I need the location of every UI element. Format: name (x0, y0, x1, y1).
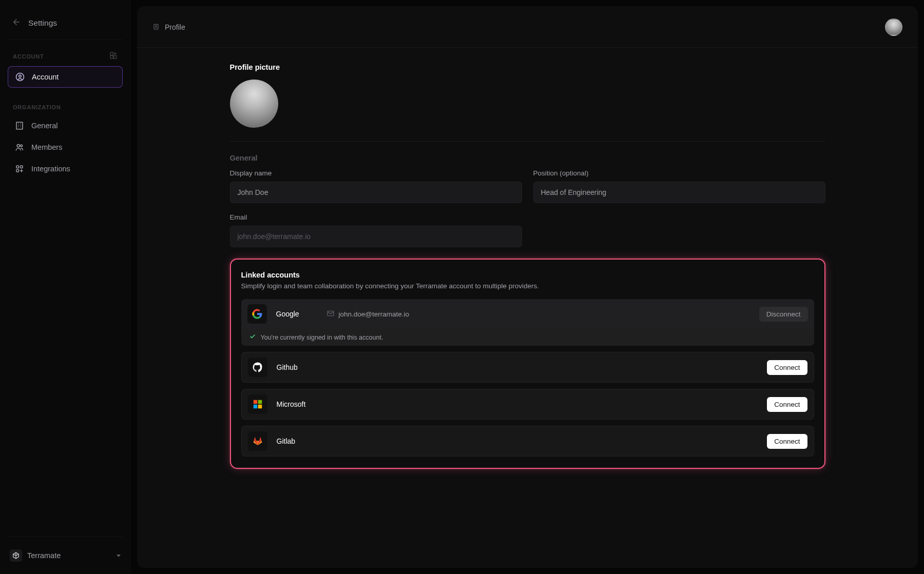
svg-rect-28 (258, 405, 262, 409)
sidebar-item-label: General (31, 122, 58, 130)
divider (230, 141, 825, 142)
svg-rect-25 (253, 400, 257, 404)
svg-point-15 (17, 144, 20, 147)
provider-name: Gitlab (277, 437, 318, 445)
provider-email-text: john.doe@terramate.io (339, 310, 410, 318)
position-input[interactable] (533, 182, 825, 203)
sidebar-item-integrations[interactable]: Integrations (8, 159, 123, 179)
sidebar-title: Settings (28, 18, 57, 28)
user-avatar-small[interactable] (885, 18, 902, 36)
email-input (230, 226, 522, 247)
profile-icon (152, 23, 160, 32)
svg-rect-18 (21, 166, 23, 168)
provider-name: Google (276, 310, 317, 318)
display-name-input[interactable] (230, 182, 522, 203)
sidebar-item-members[interactable]: Members (8, 137, 123, 157)
profile-picture[interactable] (230, 80, 278, 128)
general-section-title: General (230, 154, 825, 162)
svg-rect-2 (114, 56, 117, 58)
provider-name: Microsoft (277, 400, 318, 408)
provider-card-github: Github Connect (241, 352, 814, 383)
provider-signed-in-note: You're currently signed in with this acc… (241, 329, 814, 346)
org-logo-icon (10, 549, 22, 562)
connect-button[interactable]: Connect (767, 397, 807, 412)
sidebar: Settings ACCOUNT Account ORGANIZATION Ge… (0, 0, 131, 574)
svg-rect-27 (253, 405, 257, 409)
sidebar-item-label: Integrations (31, 165, 70, 173)
section-organization-header: ORGANIZATION (8, 104, 123, 115)
sidebar-item-label: Account (32, 73, 59, 81)
email-label: Email (230, 213, 522, 221)
linked-accounts-title: Linked accounts (241, 271, 814, 279)
microsoft-icon (248, 394, 267, 414)
svg-rect-26 (258, 400, 262, 404)
svg-rect-1 (110, 52, 113, 55)
sidebar-header: Settings (8, 14, 123, 40)
signed-in-text: You're currently signed in with this acc… (261, 334, 383, 341)
section-account-label: ACCOUNT (13, 53, 44, 60)
display-name-label: Display name (230, 169, 522, 177)
provider-email: john.doe@terramate.io (326, 309, 410, 319)
add-account-icon[interactable] (109, 51, 118, 61)
main-panel: Profile Profile picture General Display … (137, 6, 918, 568)
connect-button[interactable]: Connect (767, 360, 807, 375)
provider-card-google: Google john.doe@terramate.io Disconnect (241, 299, 814, 346)
linked-accounts-box: Linked accounts Simplify login and team … (230, 259, 825, 469)
org-name: Terramate (27, 551, 111, 560)
breadcrumb-label: Profile (165, 23, 185, 31)
connect-button[interactable]: Connect (767, 434, 807, 449)
section-account-header: ACCOUNT (8, 51, 123, 66)
svg-rect-8 (16, 122, 23, 129)
back-icon[interactable] (12, 17, 21, 28)
profile-picture-title: Profile picture (230, 63, 825, 71)
sidebar-item-account[interactable]: Account (8, 66, 123, 88)
position-label: Position (optional) (533, 169, 825, 177)
org-switcher[interactable]: Terramate (8, 546, 123, 565)
panel-header: Profile (137, 18, 918, 48)
svg-point-7 (19, 75, 22, 77)
google-icon (247, 304, 267, 324)
main-area: Profile Profile picture General Display … (131, 0, 924, 574)
section-organization-label: ORGANIZATION (13, 104, 61, 110)
svg-point-16 (21, 145, 23, 147)
sidebar-item-general[interactable]: General (8, 115, 123, 136)
sidebar-item-label: Members (31, 143, 62, 151)
disconnect-button[interactable]: Disconnect (759, 307, 808, 322)
check-icon (249, 333, 256, 341)
provider-card-gitlab: Gitlab Connect (241, 426, 814, 457)
provider-name: Github (277, 363, 318, 371)
svg-rect-3 (110, 56, 113, 58)
github-icon (248, 358, 267, 377)
linked-accounts-subtitle: Simplify login and team collaboration by… (241, 282, 814, 290)
mail-icon (326, 309, 335, 319)
svg-point-23 (156, 25, 157, 26)
gitlab-icon (248, 431, 267, 451)
provider-card-microsoft: Microsoft Connect (241, 389, 814, 420)
svg-rect-19 (16, 170, 19, 172)
breadcrumb: Profile (152, 23, 185, 32)
svg-rect-17 (16, 166, 19, 168)
chevron-down-icon (117, 555, 121, 557)
